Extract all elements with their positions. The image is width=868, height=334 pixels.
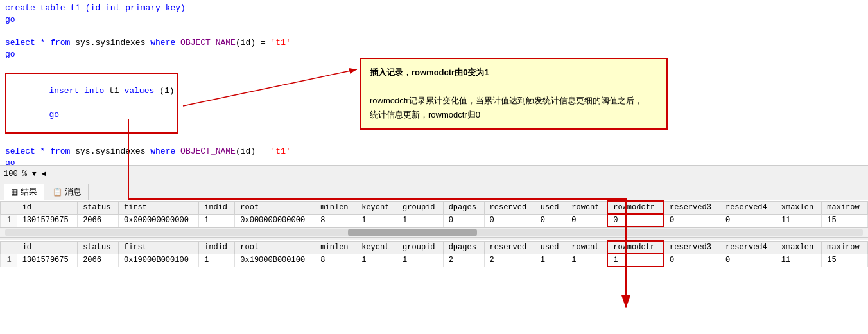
col-header-id: id (17, 201, 77, 214)
cell2-id: 1301579675 (17, 254, 77, 267)
code-line-10: select * from sys.sysindexes where OBJEC… (0, 146, 868, 157)
scroll-track-1[interactable] (5, 229, 863, 236)
code-line-1: create table t1 (id int primary key) (0, 3, 868, 14)
cell-groupid: 1 (397, 214, 444, 227)
cell-reserved4: 0 (720, 214, 776, 227)
col2-header-reserved4: reserved4 (720, 241, 776, 254)
col-header-reserved4: reserved4 (720, 201, 776, 214)
tab-messages[interactable]: 📋 消息 (46, 184, 89, 200)
col2-header-rownum (1, 241, 17, 254)
zoom-level: 100 % (4, 170, 27, 179)
col-header-dpages: dpages (443, 201, 484, 214)
col-header-first: first (119, 201, 199, 214)
row2-num: 1 (1, 254, 17, 267)
cell2-dpages: 2 (443, 254, 484, 267)
scroll-thumb-1[interactable] (348, 229, 476, 236)
col-header-rowcnt: rowcnt (566, 201, 607, 214)
col2-header-keycnt: keycnt (356, 241, 397, 254)
code-line-2: go (0, 14, 868, 26)
cell2-groupid: 1 (397, 254, 444, 267)
cell-root: 0x000000000000 (235, 214, 315, 227)
col-header-xmaxlen: xmaxlen (776, 201, 822, 214)
horizontal-scrollbar-1[interactable] (0, 227, 868, 238)
result-grid-2: id status first indid root minlen keycnt… (0, 240, 868, 267)
col2-header-dpages: dpages (443, 241, 484, 254)
cell2-root: 0x19000B000100 (235, 254, 315, 267)
code-line-3 (0, 26, 868, 37)
table-row: 1 1301579675 2066 0x19000B000100 1 0x190… (1, 254, 868, 267)
col-header-groupid: groupid (397, 201, 444, 214)
col2-header-reserved: reserved (484, 241, 535, 254)
tooltip-line1: 插入记录，rowmodctr由0变为1 (370, 66, 657, 80)
tooltip-line2: rowmodctr记录累计变化值，当累计值达到触发统计信息更细的阈值之后， (370, 94, 657, 108)
col-header-rownum (1, 201, 17, 214)
cell2-indid: 1 (199, 254, 235, 267)
cell-rowcnt: 0 (566, 214, 607, 227)
tab-results-label: 结果 (21, 186, 37, 198)
cell-status: 2066 (78, 214, 119, 227)
col2-header-rowmodctr: rowmodctr (607, 241, 664, 254)
cell2-rowcnt: 1 (566, 254, 607, 267)
col-header-root: root (235, 201, 315, 214)
col2-header-minlen: minlen (315, 241, 356, 254)
result-grid-1: id status first indid root minlen keycnt… (0, 200, 868, 227)
cell2-used: 1 (535, 254, 566, 267)
zoom-toolbar: 100 % ▼ ◄ (0, 166, 868, 182)
cell2-keycnt: 1 (356, 254, 397, 267)
col2-header-indid: indid (199, 241, 235, 254)
col2-header-first: first (119, 241, 199, 254)
tab-messages-label: 消息 (65, 186, 82, 198)
cell2-reserved: 2 (484, 254, 535, 267)
col2-header-root: root (235, 241, 315, 254)
col2-header-groupid: groupid (397, 241, 444, 254)
col2-header-maxirow: maxirow (822, 241, 868, 254)
cell-maxirow: 15 (822, 214, 868, 227)
code-line-4: select * from sys.sysindexes where OBJEC… (0, 37, 868, 49)
cell2-first: 0x19000B000100 (119, 254, 199, 267)
col2-header-xmaxlen: xmaxlen (776, 241, 822, 254)
row-num: 1 (1, 214, 17, 227)
cell-dpages: 0 (443, 214, 484, 227)
col-header-used: used (535, 201, 566, 214)
results-icon: ▦ (11, 188, 18, 197)
cell-reserved3: 0 (664, 214, 720, 227)
zoom-scroll-btn[interactable]: ◄ (42, 170, 46, 178)
code-editor[interactable]: create table t1 (id int primary key) go … (0, 0, 868, 166)
tooltip-line3: 统计信息更新，rowmodctr归0 (370, 108, 657, 122)
col-header-minlen: minlen (315, 201, 356, 214)
zoom-down-btn[interactable]: ▼ (32, 170, 37, 178)
messages-icon: 📋 (53, 188, 62, 197)
col2-header-id: id (17, 241, 77, 254)
col2-header-rowcnt: rowcnt (566, 241, 607, 254)
cell2-minlen: 8 (315, 254, 356, 267)
cell-id: 1301579675 (17, 214, 77, 227)
col2-header-used: used (535, 241, 566, 254)
code-line-11: go (0, 157, 868, 166)
table-row: 1 1301579675 2066 0x000000000000 1 0x000… (1, 214, 868, 227)
code-line-9 (0, 134, 868, 146)
cell2-status: 2066 (78, 254, 119, 267)
col-header-status: status (78, 201, 119, 214)
tab-results[interactable]: ▦ 结果 (4, 184, 44, 200)
cell-first: 0x000000000000 (119, 214, 199, 227)
results-area[interactable]: id status first indid root minlen keycnt… (0, 200, 868, 326)
cell2-rowmodctr: 1 (607, 254, 664, 267)
cell-reserved: 0 (484, 214, 535, 227)
col2-header-status: status (78, 241, 119, 254)
col-header-rowmodctr: rowmodctr (607, 201, 664, 214)
cell-keycnt: 1 (356, 214, 397, 227)
col2-header-reserved3: reserved3 (664, 241, 720, 254)
cell2-reserved4: 0 (720, 254, 776, 267)
col-header-maxirow: maxirow (822, 201, 868, 214)
cell2-xmaxlen: 11 (776, 254, 822, 267)
cell-minlen: 8 (315, 214, 356, 227)
col-header-indid: indid (199, 201, 235, 214)
cell-used: 0 (535, 214, 566, 227)
col-header-keycnt: keycnt (356, 201, 397, 214)
cell-xmaxlen: 11 (776, 214, 822, 227)
tabs-bar: ▦ 结果 📋 消息 (0, 182, 868, 200)
cell2-maxirow: 15 (822, 254, 868, 267)
col-header-reserved3: reserved3 (664, 201, 720, 214)
cell-indid: 1 (199, 214, 235, 227)
insert-highlight-box: insert into t1 values (1) go (5, 73, 178, 134)
